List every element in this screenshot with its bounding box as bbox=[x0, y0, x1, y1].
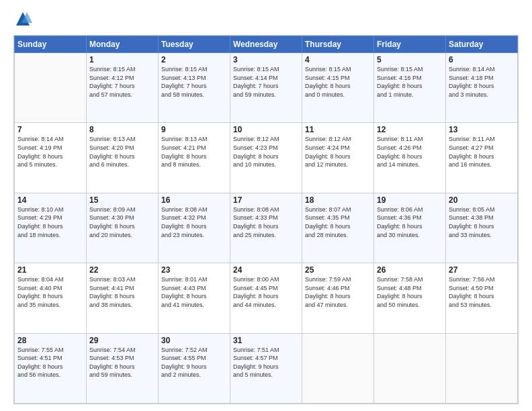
day-cell: 13Sunrise: 8:11 AM Sunset: 4:27 PM Dayli… bbox=[446, 123, 518, 193]
day-header-thursday: Thursday bbox=[302, 36, 374, 53]
day-number: 14 bbox=[17, 195, 83, 205]
day-cell: 21Sunrise: 8:04 AM Sunset: 4:40 PM Dayli… bbox=[15, 263, 87, 333]
day-cell: 31Sunrise: 7:51 AM Sunset: 4:57 PM Dayli… bbox=[230, 333, 302, 403]
day-number: 19 bbox=[377, 195, 443, 205]
day-info: Sunrise: 8:11 AM Sunset: 4:27 PM Dayligh… bbox=[449, 135, 515, 169]
day-info: Sunrise: 8:15 AM Sunset: 4:15 PM Dayligh… bbox=[305, 65, 371, 99]
day-info: Sunrise: 8:01 AM Sunset: 4:43 PM Dayligh… bbox=[161, 275, 227, 309]
day-cell: 16Sunrise: 8:08 AM Sunset: 4:32 PM Dayli… bbox=[159, 193, 230, 263]
day-number: 26 bbox=[377, 265, 443, 275]
day-cell: 3Sunrise: 8:15 AM Sunset: 4:14 PM Daylig… bbox=[230, 53, 302, 123]
day-number: 29 bbox=[89, 336, 155, 345]
day-cell: 29Sunrise: 7:54 AM Sunset: 4:53 PM Dayli… bbox=[87, 333, 159, 403]
day-cell: 6Sunrise: 8:14 AM Sunset: 4:18 PM Daylig… bbox=[446, 53, 518, 123]
day-header-monday: Monday bbox=[87, 36, 159, 53]
day-header-tuesday: Tuesday bbox=[159, 36, 230, 53]
day-number: 13 bbox=[449, 125, 515, 134]
calendar-table: SundayMondayTuesdayWednesdayThursdayFrid… bbox=[14, 36, 518, 404]
day-cell: 27Sunrise: 7:56 AM Sunset: 4:50 PM Dayli… bbox=[446, 263, 518, 333]
day-header-sunday: Sunday bbox=[15, 36, 87, 53]
day-info: Sunrise: 8:14 AM Sunset: 4:19 PM Dayligh… bbox=[17, 135, 83, 169]
day-number: 30 bbox=[161, 336, 227, 345]
day-cell: 11Sunrise: 8:12 AM Sunset: 4:24 PM Dayli… bbox=[302, 123, 374, 193]
day-cell: 7Sunrise: 8:14 AM Sunset: 4:19 PM Daylig… bbox=[15, 123, 87, 193]
day-number: 28 bbox=[17, 336, 83, 345]
day-cell: 28Sunrise: 7:55 AM Sunset: 4:51 PM Dayli… bbox=[15, 333, 87, 403]
header-row: SundayMondayTuesdayWednesdayThursdayFrid… bbox=[15, 36, 518, 53]
day-header-friday: Friday bbox=[374, 36, 446, 53]
day-info: Sunrise: 8:00 AM Sunset: 4:45 PM Dayligh… bbox=[233, 275, 299, 309]
day-cell: 2Sunrise: 8:15 AM Sunset: 4:13 PM Daylig… bbox=[159, 53, 230, 123]
day-cell: 24Sunrise: 8:00 AM Sunset: 4:45 PM Dayli… bbox=[230, 263, 302, 333]
day-number: 31 bbox=[233, 336, 299, 345]
day-info: Sunrise: 8:12 AM Sunset: 4:23 PM Dayligh… bbox=[233, 135, 299, 169]
day-cell: 1Sunrise: 8:15 AM Sunset: 4:12 PM Daylig… bbox=[87, 53, 159, 123]
week-row: 21Sunrise: 8:04 AM Sunset: 4:40 PM Dayli… bbox=[15, 263, 518, 333]
day-number: 11 bbox=[305, 125, 371, 134]
day-number: 4 bbox=[305, 55, 371, 64]
day-cell: 8Sunrise: 8:13 AM Sunset: 4:20 PM Daylig… bbox=[87, 123, 159, 193]
day-cell: 17Sunrise: 8:08 AM Sunset: 4:33 PM Dayli… bbox=[230, 193, 302, 263]
day-number: 12 bbox=[377, 125, 443, 134]
page: SundayMondayTuesdayWednesdayThursdayFrid… bbox=[0, 0, 532, 411]
day-info: Sunrise: 8:05 AM Sunset: 4:38 PM Dayligh… bbox=[449, 205, 515, 239]
day-info: Sunrise: 8:15 AM Sunset: 4:16 PM Dayligh… bbox=[377, 65, 443, 99]
day-number: 5 bbox=[377, 55, 443, 64]
day-info: Sunrise: 8:03 AM Sunset: 4:41 PM Dayligh… bbox=[89, 275, 155, 309]
day-info: Sunrise: 8:15 AM Sunset: 4:12 PM Dayligh… bbox=[89, 65, 155, 99]
day-number: 16 bbox=[161, 195, 227, 205]
day-number: 17 bbox=[233, 195, 299, 205]
day-cell: 9Sunrise: 8:13 AM Sunset: 4:21 PM Daylig… bbox=[159, 123, 230, 193]
day-number: 7 bbox=[17, 125, 83, 134]
day-cell: 25Sunrise: 7:59 AM Sunset: 4:46 PM Dayli… bbox=[302, 263, 374, 333]
week-row: 1Sunrise: 8:15 AM Sunset: 4:12 PM Daylig… bbox=[15, 53, 518, 123]
day-number: 27 bbox=[449, 265, 515, 275]
day-cell: 4Sunrise: 8:15 AM Sunset: 4:15 PM Daylig… bbox=[302, 53, 374, 123]
day-cell: 10Sunrise: 8:12 AM Sunset: 4:23 PM Dayli… bbox=[230, 123, 302, 193]
day-number: 3 bbox=[233, 55, 299, 64]
day-number: 8 bbox=[89, 125, 155, 134]
day-number: 9 bbox=[161, 125, 227, 134]
day-number: 23 bbox=[161, 265, 227, 275]
day-info: Sunrise: 7:54 AM Sunset: 4:53 PM Dayligh… bbox=[89, 346, 155, 379]
day-info: Sunrise: 8:10 AM Sunset: 4:29 PM Dayligh… bbox=[17, 205, 83, 239]
day-cell: 18Sunrise: 8:07 AM Sunset: 4:35 PM Dayli… bbox=[302, 193, 374, 263]
day-info: Sunrise: 8:08 AM Sunset: 4:33 PM Dayligh… bbox=[233, 205, 299, 239]
day-info: Sunrise: 8:08 AM Sunset: 4:32 PM Dayligh… bbox=[161, 205, 227, 239]
day-cell: 26Sunrise: 7:58 AM Sunset: 4:48 PM Dayli… bbox=[374, 263, 446, 333]
day-cell: 23Sunrise: 8:01 AM Sunset: 4:43 PM Dayli… bbox=[159, 263, 230, 333]
day-info: Sunrise: 7:52 AM Sunset: 4:55 PM Dayligh… bbox=[161, 346, 227, 379]
day-info: Sunrise: 8:04 AM Sunset: 4:40 PM Dayligh… bbox=[17, 275, 83, 309]
day-info: Sunrise: 7:55 AM Sunset: 4:51 PM Dayligh… bbox=[17, 346, 83, 379]
day-info: Sunrise: 8:13 AM Sunset: 4:20 PM Dayligh… bbox=[89, 135, 155, 169]
day-header-saturday: Saturday bbox=[446, 36, 518, 53]
day-number: 6 bbox=[449, 55, 515, 64]
day-cell: 19Sunrise: 8:06 AM Sunset: 4:36 PM Dayli… bbox=[374, 193, 446, 263]
day-cell: 22Sunrise: 8:03 AM Sunset: 4:41 PM Dayli… bbox=[87, 263, 159, 333]
calendar-header: SundayMondayTuesdayWednesdayThursdayFrid… bbox=[15, 36, 518, 53]
day-number: 24 bbox=[233, 265, 299, 275]
day-number: 20 bbox=[449, 195, 515, 205]
day-info: Sunrise: 8:15 AM Sunset: 4:14 PM Dayligh… bbox=[233, 65, 299, 99]
week-row: 28Sunrise: 7:55 AM Sunset: 4:51 PM Dayli… bbox=[15, 333, 518, 403]
day-cell: 14Sunrise: 8:10 AM Sunset: 4:29 PM Dayli… bbox=[15, 193, 87, 263]
day-info: Sunrise: 8:14 AM Sunset: 4:18 PM Dayligh… bbox=[449, 65, 515, 99]
day-cell: 15Sunrise: 8:09 AM Sunset: 4:30 PM Dayli… bbox=[87, 193, 159, 263]
day-info: Sunrise: 8:11 AM Sunset: 4:26 PM Dayligh… bbox=[377, 135, 443, 169]
day-info: Sunrise: 8:12 AM Sunset: 4:24 PM Dayligh… bbox=[305, 135, 371, 169]
day-info: Sunrise: 8:09 AM Sunset: 4:30 PM Dayligh… bbox=[89, 205, 155, 239]
day-number: 22 bbox=[89, 265, 155, 275]
day-number: 10 bbox=[233, 125, 299, 134]
day-cell: 5Sunrise: 8:15 AM Sunset: 4:16 PM Daylig… bbox=[374, 53, 446, 123]
week-row: 7Sunrise: 8:14 AM Sunset: 4:19 PM Daylig… bbox=[15, 123, 518, 193]
day-info: Sunrise: 7:56 AM Sunset: 4:50 PM Dayligh… bbox=[449, 275, 515, 309]
day-cell: 12Sunrise: 8:11 AM Sunset: 4:26 PM Dayli… bbox=[374, 123, 446, 193]
day-number: 2 bbox=[161, 55, 227, 64]
day-cell: 20Sunrise: 8:05 AM Sunset: 4:38 PM Dayli… bbox=[446, 193, 518, 263]
day-cell bbox=[15, 53, 87, 123]
calendar-body: 1Sunrise: 8:15 AM Sunset: 4:12 PM Daylig… bbox=[15, 53, 518, 404]
day-number: 1 bbox=[89, 55, 155, 64]
day-info: Sunrise: 7:51 AM Sunset: 4:57 PM Dayligh… bbox=[233, 346, 299, 379]
logo-icon bbox=[13, 11, 32, 30]
day-cell bbox=[446, 333, 518, 403]
